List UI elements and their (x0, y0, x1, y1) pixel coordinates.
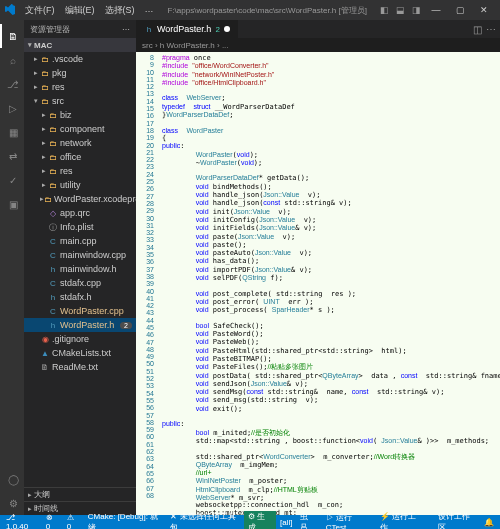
layout-left-icon[interactable]: ◧ (376, 0, 392, 20)
statusbar-item[interactable]: [all] (276, 518, 296, 527)
files-icon[interactable]: 🗎 (0, 24, 24, 48)
search-icon[interactable]: ⌕ (0, 48, 24, 72)
tree-item[interactable]: Cmainwindow.cpp (24, 248, 136, 262)
statusbar-item[interactable]: ▷ 运行 CTest (322, 512, 377, 529)
statusbar-item[interactable]: ⚡ 运行工作… (376, 511, 434, 529)
tree-item[interactable]: ▸🗀biz (24, 108, 136, 122)
explorer-actions[interactable]: ⋯ (119, 25, 130, 34)
tree-item[interactable]: ▲CMakeLists.txt (24, 346, 136, 360)
menu-item[interactable]: 编辑(E) (60, 4, 100, 17)
modified-dot-icon (224, 26, 230, 32)
tree-item[interactable]: ▸🗀utility (24, 178, 136, 192)
test-icon[interactable]: ✓ (0, 168, 24, 192)
close-button[interactable]: ✕ (472, 0, 496, 20)
layout-bottom-icon[interactable]: ⬓ (392, 0, 408, 20)
sidebar-title: 资源管理器 (30, 24, 70, 35)
menu-item[interactable]: … (140, 4, 159, 17)
menu-item[interactable]: 选择(S) (100, 4, 140, 17)
tree-item[interactable]: ▸🗀res (24, 164, 136, 178)
remote-icon[interactable]: ⇄ (0, 144, 24, 168)
minimize-button[interactable]: — (424, 0, 448, 20)
window-title: F:\apps\wordpaster\code\mac\src\WordPast… (159, 5, 377, 16)
tree-item[interactable]: ▸🗀network (24, 136, 136, 150)
tree-item[interactable]: ⓘInfo.plist (24, 220, 136, 234)
tree-item[interactable]: ◇app.qrc (24, 206, 136, 220)
tree-item[interactable]: ▸🗀pkg (24, 66, 136, 80)
tree-item[interactable]: ▾🗀src (24, 94, 136, 108)
tree-item[interactable]: hstdafx.h (24, 290, 136, 304)
breadcrumb[interactable]: src › h WordPaster.h › ... (136, 38, 500, 52)
tree-item[interactable]: CWordPaster.cpp (24, 304, 136, 318)
statusbar-item[interactable]: 虫 吕 (296, 511, 321, 529)
tree-item[interactable]: 🗎ReadMe.txt (24, 360, 136, 374)
statusbar-item[interactable]: 设计工作区 (434, 511, 480, 529)
tree-item[interactable]: ▸🗀component (24, 122, 136, 136)
split-editor-icon[interactable]: ◫ (473, 24, 482, 35)
more-actions-icon[interactable]: ⋯ (486, 24, 496, 35)
layout-right-icon[interactable]: ◨ (408, 0, 424, 20)
line-numbers: 8 9 10 11 12 13 14 15 16 17 18 19 20 21 … (136, 52, 158, 515)
tree-item[interactable]: ▸🗀res (24, 80, 136, 94)
account-icon[interactable]: ◯ (0, 467, 24, 491)
statusbar-item[interactable]: ⎇ 1.0.40 (2, 513, 42, 529)
statusbar-item[interactable]: ⊗ 0 (42, 513, 63, 529)
statusbar-item[interactable]: CMake: [Debug]: 就绪 (84, 511, 166, 529)
tree-item[interactable]: ▸🗀office (24, 150, 136, 164)
debug-icon[interactable]: ▷ (0, 96, 24, 120)
statusbar-item[interactable]: ⚠ 0 (63, 513, 84, 529)
extensions-icon[interactable]: ▦ (0, 120, 24, 144)
tree-item[interactable]: ▸🗀WordPaster.xcodeproj (24, 192, 136, 206)
tree-item[interactable]: Cstdafx.cpp (24, 276, 136, 290)
tree-item[interactable]: hmainwindow.h (24, 262, 136, 276)
statusbar-item[interactable]: 🔔 (480, 518, 498, 527)
tab-filename: WordPaster.h (157, 24, 211, 34)
tree-item[interactable]: ◉.gitignore (24, 332, 136, 346)
editor-tab[interactable]: h WordPaster.h 2 (136, 20, 239, 38)
menu-item[interactable]: 文件(F) (20, 4, 60, 17)
statusbar-item[interactable]: ⚙ 生成 (244, 511, 276, 529)
vscode-logo-icon (4, 4, 16, 16)
source-control-icon[interactable]: ⎇ (0, 72, 24, 96)
tree-item[interactable]: Cmain.cpp (24, 234, 136, 248)
tree-item[interactable]: ▸🗀.vscode (24, 52, 136, 66)
statusbar-item[interactable]: ✕ 未选择任何工具包 (166, 511, 244, 529)
tree-item[interactable]: hWordPaster.h2 (24, 318, 136, 332)
docker-icon[interactable]: ▣ (0, 192, 24, 216)
section-outline[interactable]: ▸大纲 (24, 487, 136, 501)
section-root[interactable]: ▾MAC (24, 38, 136, 52)
settings-gear-icon[interactable]: ⚙ (0, 491, 24, 515)
maximize-button[interactable]: ▢ (448, 0, 472, 20)
code-content[interactable]: #pragma once #include "office/WordConver… (158, 52, 500, 515)
